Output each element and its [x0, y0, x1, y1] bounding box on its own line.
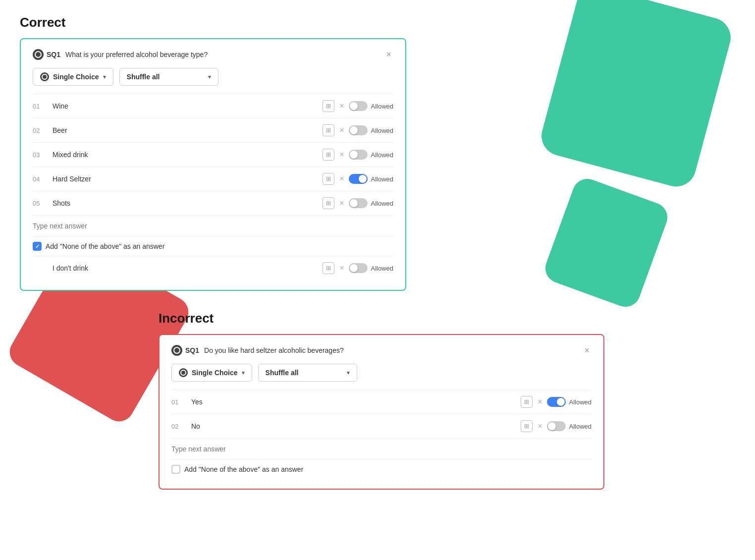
correct-type-dropdown[interactable]: Single Choice ▾ [33, 68, 113, 86]
incorrect-toggle-1[interactable] [547, 397, 566, 407]
incorrect-type-dropdown-icon [179, 368, 188, 377]
incorrect-image-icon-1[interactable]: ⊞ [521, 396, 533, 408]
correct-toggle-1[interactable] [349, 101, 368, 111]
incorrect-type-input[interactable] [171, 445, 592, 453]
incorrect-toggle-2[interactable] [547, 421, 566, 431]
correct-allowed-label-3: Allowed [371, 151, 393, 159]
correct-remove-btn-2[interactable]: × [339, 126, 344, 135]
incorrect-shuffle-dropdown[interactable]: Shuffle all ▾ [258, 364, 357, 382]
correct-toggle-2[interactable] [349, 125, 368, 135]
correct-toggle-wrapper-1: Allowed [349, 101, 393, 111]
incorrect-answer-row-1: 01 Yes ⊞ × Allowed [171, 390, 592, 414]
correct-sq-icon [33, 49, 44, 60]
incorrect-sq-label: SQ1 [185, 346, 199, 354]
incorrect-answer-row-2: 02 No ⊞ × Allowed [171, 414, 592, 438]
correct-type-dropdown-label: Single Choice [53, 73, 99, 81]
correct-answer-row-5: 05 Shots ⊞ × Allowed [33, 191, 393, 215]
correct-close-button[interactable]: × [384, 50, 393, 60]
correct-toggle-thumb-4 [359, 175, 367, 183]
incorrect-remove-btn-2[interactable]: × [538, 422, 542, 431]
correct-sq-label: SQ1 [47, 51, 60, 58]
correct-answer-actions-3: ⊞ × Allowed [323, 149, 393, 161]
incorrect-card-header-left: SQ1 Do you like hard seltzer alcoholic b… [171, 345, 344, 356]
incorrect-toggle-thumb-1 [557, 398, 565, 406]
incorrect-none-above-checkbox[interactable] [171, 465, 180, 474]
incorrect-answer-actions-1: ⊞ × Allowed [521, 396, 592, 408]
correct-none-above-answer-actions: ⊞ × Allowed [323, 262, 393, 274]
incorrect-type-dropdown-label: Single Choice [192, 369, 238, 377]
correct-answers-list: 01 Wine ⊞ × Allowed 02 Beer [33, 94, 393, 215]
correct-answer-text-2: Beer [53, 126, 317, 134]
correct-shuffle-dropdown[interactable]: Shuffle all ▾ [119, 68, 218, 86]
correct-remove-btn-1[interactable]: × [339, 102, 344, 111]
correct-remove-btn-5[interactable]: × [339, 199, 344, 208]
incorrect-answer-num-2: 02 [171, 423, 185, 430]
correct-image-icon-1[interactable]: ⊞ [323, 100, 334, 112]
incorrect-answer-num-1: 01 [171, 398, 185, 406]
incorrect-type-input-wrapper [171, 438, 592, 459]
correct-card-header-left: SQ1 What is your preferred alcohol bever… [33, 49, 208, 60]
correct-answer-text-5: Shots [53, 199, 317, 207]
incorrect-shuffle-dropdown-label: Shuffle all [266, 369, 299, 377]
correct-answer-num-2: 02 [33, 127, 47, 134]
correct-answer-num-5: 05 [33, 200, 47, 207]
correct-none-above-remove-btn[interactable]: × [339, 264, 344, 273]
correct-card: SQ1 What is your preferred alcohol bever… [20, 38, 406, 291]
incorrect-close-button[interactable]: × [582, 345, 592, 356]
correct-type-input[interactable] [33, 222, 393, 230]
correct-image-icon-5[interactable]: ⊞ [323, 197, 334, 209]
correct-toggle-wrapper-2: Allowed [349, 125, 393, 135]
incorrect-allowed-label-1: Allowed [569, 398, 592, 406]
incorrect-sq-badge: SQ1 [171, 345, 199, 356]
correct-answer-actions-5: ⊞ × Allowed [323, 197, 393, 209]
correct-allowed-label-5: Allowed [371, 200, 393, 207]
correct-image-icon-2[interactable]: ⊞ [323, 124, 334, 136]
correct-none-above-image-icon[interactable]: ⊞ [323, 262, 334, 274]
correct-answer-actions-2: ⊞ × Allowed [323, 124, 393, 136]
correct-answer-text-1: Wine [53, 102, 317, 110]
correct-answer-actions-4: ⊞ × Allowed [323, 173, 393, 185]
incorrect-allowed-label-2: Allowed [569, 423, 592, 430]
correct-none-above-checkbox[interactable] [33, 242, 42, 251]
correct-remove-btn-4[interactable]: × [339, 174, 344, 183]
correct-toggle-wrapper-5: Allowed [349, 198, 393, 208]
incorrect-title: Incorrect [159, 311, 735, 326]
correct-allowed-label-4: Allowed [371, 175, 393, 183]
incorrect-toggle-wrapper-1: Allowed [547, 397, 592, 407]
correct-none-above-row: Add "None of the above" as an answer [33, 236, 393, 256]
page-content: Correct SQ1 What is your preferred alcoh… [20, 15, 735, 490]
correct-shuffle-dropdown-label: Shuffle all [127, 73, 160, 81]
correct-answer-actions-1: ⊞ × Allowed [323, 100, 393, 112]
correct-dropdowns-row: Single Choice ▾ Shuffle all ▾ [33, 68, 393, 86]
correct-toggle-wrapper-3: Allowed [349, 150, 393, 160]
correct-card-header: SQ1 What is your preferred alcohol bever… [33, 49, 393, 60]
correct-type-input-wrapper [33, 215, 393, 236]
correct-title: Correct [20, 15, 735, 30]
incorrect-image-icon-2[interactable]: ⊞ [521, 420, 533, 432]
correct-type-dropdown-icon [40, 72, 49, 81]
incorrect-answer-actions-2: ⊞ × Allowed [521, 420, 592, 432]
correct-remove-btn-3[interactable]: × [339, 150, 344, 159]
correct-allowed-label-2: Allowed [371, 127, 393, 134]
correct-none-above-toggle[interactable] [349, 263, 368, 273]
correct-allowed-label-1: Allowed [371, 103, 393, 110]
correct-toggle-3[interactable] [349, 150, 368, 160]
incorrect-shuffle-chevron-icon: ▾ [347, 370, 350, 376]
correct-image-icon-4[interactable]: ⊞ [323, 173, 334, 185]
correct-image-icon-3[interactable]: ⊞ [323, 149, 334, 161]
correct-toggle-wrapper-4: Allowed [349, 174, 393, 184]
incorrect-type-dropdown[interactable]: Single Choice ▾ [171, 364, 252, 382]
incorrect-none-above-label: Add "None of the above" as an answer [184, 465, 303, 473]
incorrect-card-header: SQ1 Do you like hard seltzer alcoholic b… [171, 345, 592, 356]
incorrect-answers-list: 01 Yes ⊞ × Allowed [171, 390, 592, 438]
correct-toggle-5[interactable] [349, 198, 368, 208]
incorrect-card-question: Do you like hard seltzer alcoholic bever… [204, 346, 344, 354]
correct-none-above-answer-text: I don't drink [53, 264, 317, 272]
correct-none-above-answer-row: I don't drink ⊞ × Allowed [33, 256, 393, 280]
correct-card-question: What is your preferred alcohol beverage … [65, 51, 208, 58]
correct-answer-text-4: Hard Seltzer [53, 175, 317, 183]
incorrect-remove-btn-1[interactable]: × [538, 397, 542, 406]
incorrect-sq-icon [171, 345, 182, 356]
correct-answer-text-3: Mixed drink [53, 151, 317, 159]
correct-toggle-4[interactable] [349, 174, 368, 184]
